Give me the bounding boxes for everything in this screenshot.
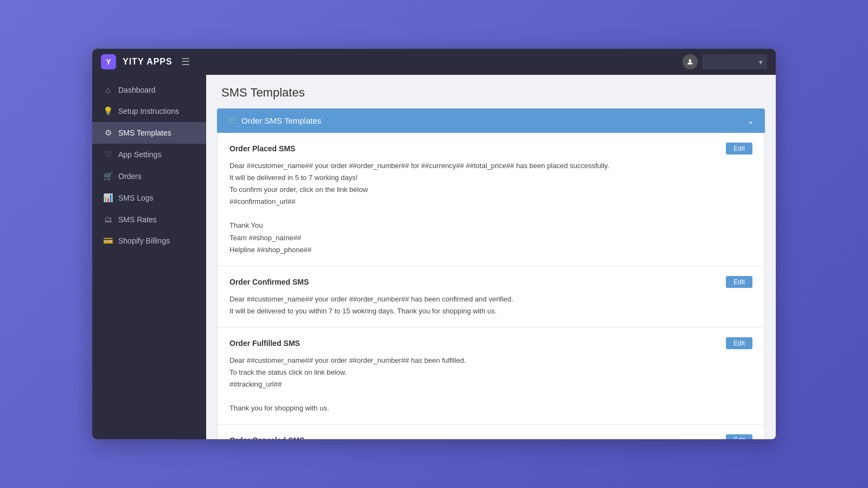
sidebar-item-dashboard[interactable]: ⌂ Dashboard [92,79,206,100]
rates-icon: 🗂 [103,215,113,224]
template-row-order-fulfilled: Order Fulfilled SMSEditDear ##customer_n… [218,328,764,425]
sidebar-item-sms-rates[interactable]: 🗂 SMS Rates [92,209,206,230]
template-header-order-placed: Order Placed SMSEdit [229,143,752,155]
hamburger-icon[interactable]: ☰ [181,56,190,68]
sidebar-label-sms-logs: SMS Logs [118,194,154,202]
user-avatar [682,54,698,69]
sidebar-item-sms-templates[interactable]: ⚙ SMS Templates [92,122,206,144]
sidebar: ⌂ Dashboard 💡 Setup Instructions ⚙ SMS T… [92,75,206,439]
orders-icon: 🛒 [103,171,113,181]
chevron-down-icon: ⌄ [747,115,754,126]
app-window: Y YITY APPS ☰ ⌂ Dashboard 💡 Setup Instru… [92,49,776,439]
templates-container: Order Placed SMSEditDear ##customer_name… [217,133,765,439]
sidebar-label-shopify-billings: Shopify Billings [118,236,170,245]
lightbulb-icon: 💡 [103,106,113,116]
template-header-order-fulfilled: Order Fulfilled SMSEdit [229,337,752,349]
edit-button-order-placed[interactable]: Edit [726,143,752,155]
edit-button-order-confirmed[interactable]: Edit [726,276,752,288]
main-content: SMS Templates 🛒 Order SMS Templates ⌄ Or… [206,75,776,439]
logo-icon: Y [101,54,116,69]
template-title-order-placed: Order Placed SMS [229,144,295,153]
navbar-left: Y YITY APPS ☰ [101,54,190,69]
section-header-left: 🛒 Order SMS Templates [228,116,321,125]
template-header-order-canceled: Order Canceled SMSEdit [229,434,752,439]
logo-text: YITY APPS [123,57,173,67]
chart-icon: 📊 [103,193,113,203]
sidebar-item-shopify-billings[interactable]: 💳 Shopify Billings [92,230,206,252]
template-body-order-placed: Dear ##customer_name## your order ##orde… [229,160,752,256]
sidebar-item-orders[interactable]: 🛒 Orders [92,165,206,187]
svg-point-0 [689,59,692,62]
sidebar-label-sms-templates: SMS Templates [118,129,171,137]
template-header-order-confirmed: Order Confirmed SMSEdit [229,276,752,288]
layout: ⌂ Dashboard 💡 Setup Instructions ⚙ SMS T… [92,75,776,439]
template-body-order-confirmed: Dear ##customer_name## your order ##orde… [229,293,752,317]
sidebar-label-sms-rates: SMS Rates [118,215,157,224]
template-row-order-canceled: Order Canceled SMSEditDear ##customer_na… [218,425,764,439]
sidebar-label-setup-instructions: Setup Instructions [118,107,179,115]
template-body-order-fulfilled: Dear ##customer_name## your order ##orde… [229,355,752,414]
template-row-order-placed: Order Placed SMSEditDear ##customer_name… [218,133,764,266]
edit-button-order-fulfilled[interactable]: Edit [726,337,752,349]
template-title-order-canceled: Order Canceled SMS [229,436,305,439]
edit-button-order-canceled[interactable]: Edit [726,434,752,439]
home-icon: ⌂ [103,85,113,94]
gear-icon: ⚙ [103,128,113,138]
cart-icon: 🛒 [228,117,237,125]
sidebar-item-app-settings[interactable]: ♡ App Settings [92,144,206,165]
sidebar-item-sms-logs[interactable]: 📊 SMS Logs [92,187,206,209]
navbar-right [682,54,767,69]
template-title-order-fulfilled: Order Fulfilled SMS [229,339,300,348]
template-title-order-confirmed: Order Confirmed SMS [229,278,309,286]
user-dropdown[interactable] [702,54,767,69]
heart-icon: ♡ [103,150,113,159]
sidebar-item-setup-instructions[interactable]: 💡 Setup Instructions [92,100,206,122]
sidebar-label-orders: Orders [118,172,142,181]
navbar: Y YITY APPS ☰ [92,49,776,75]
section-header[interactable]: 🛒 Order SMS Templates ⌄ [217,108,765,133]
sidebar-label-dashboard: Dashboard [118,86,156,94]
sidebar-label-app-settings: App Settings [118,150,161,159]
section-title: Order SMS Templates [241,116,321,125]
page-title: SMS Templates [206,75,776,108]
billing-icon: 💳 [103,236,113,246]
template-row-order-confirmed: Order Confirmed SMSEditDear ##customer_n… [218,266,764,328]
